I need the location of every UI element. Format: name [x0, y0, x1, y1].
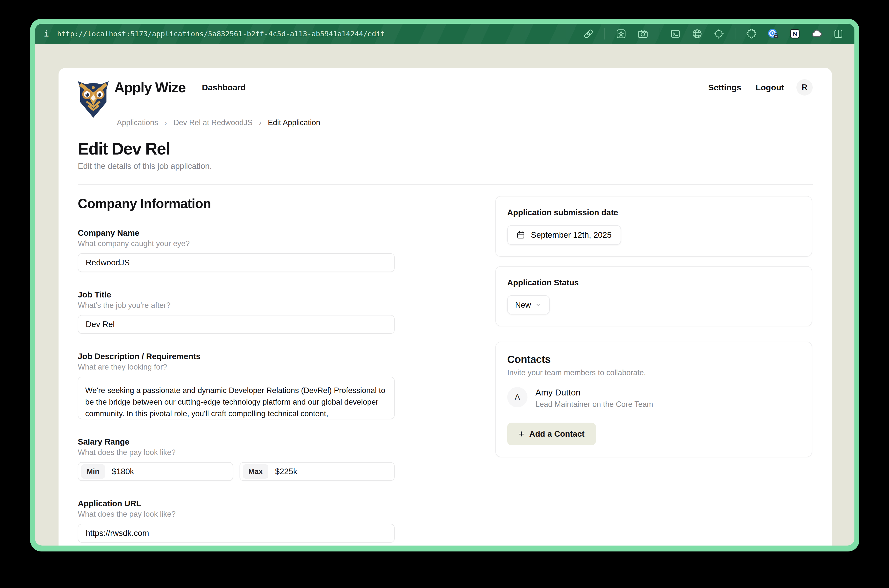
job-title-hint: What's the job you're after? [78, 301, 395, 309]
company-name-hint: What company caught your eye? [78, 240, 395, 248]
company-information-form: Company Information Company Name What co… [78, 196, 395, 546]
chevron-down-icon [535, 302, 542, 308]
page-head: Edit Dev Rel Edit the details of this jo… [59, 127, 832, 171]
user-avatar[interactable]: R [796, 79, 813, 96]
contact-name: Amy Dutton [535, 387, 653, 398]
contacts-title: Contacts [507, 354, 800, 365]
company-name-input[interactable] [78, 253, 395, 272]
globe-icon[interactable] [691, 28, 703, 39]
onepassword-icon[interactable] [767, 28, 779, 39]
submission-date-button[interactable]: September 12th, 2025 [507, 225, 621, 245]
side-panel: Application submission date September 12… [496, 196, 812, 457]
photo-icon[interactable] [616, 28, 627, 39]
nav-dashboard[interactable]: Dashboard [202, 83, 246, 92]
application-url-input[interactable] [78, 524, 395, 543]
applywize-owl-logo-icon[interactable] [78, 78, 109, 119]
puzzle-icon[interactable] [746, 28, 757, 39]
breadcrumb-applications[interactable]: Applications [117, 118, 158, 127]
toolbar-separator [659, 28, 659, 39]
contacts-card: Contacts Invite your team members to col… [496, 342, 812, 457]
link-icon[interactable] [583, 28, 594, 39]
section-title: Company Information [78, 196, 395, 211]
application-status-value: New [515, 300, 531, 309]
application-url-label: Application URL [78, 499, 395, 508]
contacts-subtitle: Invite your team members to collaborate. [507, 368, 800, 377]
company-name-label: Company Name [78, 229, 395, 237]
salary-range-field: Salary Range What does the pay look like… [78, 437, 395, 481]
contact-list-item: A Amy Dutton Lead Maintainer on the Core… [507, 387, 800, 409]
contact-avatar: A [507, 387, 527, 407]
settings-link[interactable]: Settings [708, 83, 741, 92]
chevron-right-icon: › [164, 118, 167, 127]
job-title-field: Job Title What's the job you're after? [78, 290, 395, 334]
camera-icon[interactable] [637, 28, 649, 39]
page-title: Edit Dev Rel [78, 140, 813, 158]
brand-title[interactable]: Apply Wize [114, 79, 186, 96]
svg-text:N: N [793, 31, 797, 38]
contact-role: Lead Maintainer on the Core Team [535, 400, 653, 409]
salary-max-input[interactable]: Max $225k [240, 462, 395, 481]
crosshair-icon[interactable] [713, 28, 725, 39]
toolbar-icons: N [572, 28, 844, 39]
salary-range-hint: What does the pay look like? [78, 448, 395, 457]
add-contact-button[interactable]: + Add a Contact [507, 423, 596, 446]
breadcrumb-application[interactable]: Dev Rel at RedwoodJS [173, 118, 252, 127]
submission-date-label: Application submission date [507, 208, 800, 217]
job-description-textarea[interactable]: We're seeking a passionate and dynamic D… [78, 377, 395, 419]
job-description-hint: What are they looking for? [78, 363, 395, 371]
browser-titlebar: i http://localhost:5173/applications/5a8… [35, 24, 854, 44]
browser-window: i http://localhost:5173/applications/5a8… [30, 19, 859, 552]
salary-min-badge: Min [81, 464, 105, 478]
salary-min-input[interactable]: Min $180k [78, 462, 233, 481]
toolbar-separator [735, 28, 736, 39]
notion-icon[interactable]: N [789, 28, 800, 39]
plus-icon: + [518, 429, 524, 439]
job-title-label: Job Title [78, 290, 395, 299]
page-subtitle: Edit the details of this job application… [78, 162, 813, 171]
salary-min-value: $180k [112, 467, 134, 476]
salary-range-label: Salary Range [78, 437, 395, 446]
logout-link[interactable]: Logout [755, 83, 784, 92]
breadcrumb: Applications › Dev Rel at RedwoodJS › Ed… [59, 107, 832, 127]
cloud-icon[interactable] [811, 28, 822, 39]
chevron-right-icon: › [259, 118, 261, 127]
url-bar[interactable]: http://localhost:5173/applications/5a832… [57, 30, 385, 38]
application-status-select[interactable]: New [507, 295, 550, 315]
salary-max-badge: Max [243, 464, 268, 478]
page-background: Apply Wize Dashboard Settings Logout R A… [35, 44, 854, 546]
submission-date-value: September 12th, 2025 [531, 230, 612, 240]
breadcrumb-current: Edit Application [268, 118, 320, 127]
app-header: Apply Wize Dashboard Settings Logout R [59, 68, 832, 107]
add-contact-label: Add a Contact [529, 429, 584, 439]
submission-date-card: Application submission date September 12… [496, 196, 812, 257]
job-description-label: Job Description / Requirements [78, 352, 395, 361]
terminal-icon[interactable] [670, 28, 681, 39]
job-description-field: Job Description / Requirements What are … [78, 352, 395, 419]
application-status-label: Application Status [507, 278, 800, 287]
info-icon[interactable]: i [44, 29, 49, 39]
application-url-hint: What does the pay look like? [78, 510, 395, 518]
company-name-field: Company Name What company caught your ey… [78, 229, 395, 272]
split-view-icon[interactable] [833, 28, 844, 39]
job-title-input[interactable] [78, 315, 395, 334]
toolbar-separator [605, 28, 605, 39]
application-url-field: Application URL What does the pay look l… [78, 499, 395, 543]
app-card: Apply Wize Dashboard Settings Logout R A… [59, 68, 832, 546]
salary-max-value: $225k [275, 467, 297, 476]
application-status-card: Application Status New [496, 266, 812, 326]
calendar-icon [517, 231, 525, 239]
